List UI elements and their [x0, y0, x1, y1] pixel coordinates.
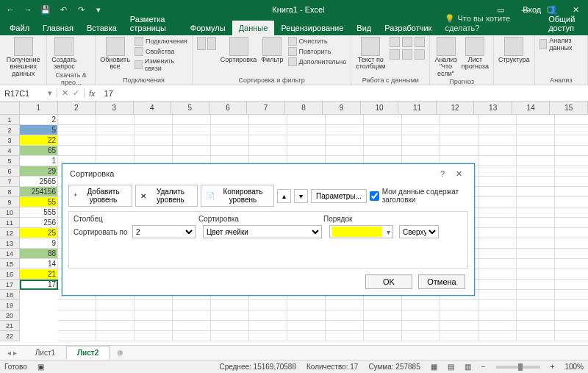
cell[interactable]: 5 — [20, 125, 58, 135]
sheet-nav[interactable]: ◂ ▸ — [0, 349, 24, 357]
cell[interactable] — [173, 300, 211, 310]
cell[interactable] — [478, 228, 517, 238]
row-header[interactable]: 12 — [0, 228, 19, 238]
cell[interactable] — [287, 321, 326, 331]
cell[interactable] — [555, 135, 588, 146]
row-header[interactable]: 2 — [0, 125, 19, 135]
row-header[interactable]: 19 — [0, 300, 19, 310]
qat-dropdown-icon[interactable]: ▾ — [93, 4, 104, 15]
sort-on-select[interactable]: Цвет ячейки — [203, 225, 322, 238]
sheet-tab-2[interactable]: Лист2 — [66, 346, 110, 360]
cell[interactable] — [478, 259, 517, 269]
cell[interactable] — [135, 310, 173, 321]
column-header[interactable]: 13 — [474, 102, 512, 114]
cell[interactable] — [517, 218, 555, 228]
cell[interactable]: 88 — [20, 249, 58, 259]
cell[interactable] — [517, 115, 555, 125]
zoom-out-icon[interactable]: − — [481, 363, 486, 371]
cell[interactable] — [173, 115, 211, 125]
cell[interactable] — [478, 207, 517, 218]
delete-level-button[interactable]: ✕Удалить уровень — [135, 185, 198, 207]
tab-developer[interactable]: Разработчик — [378, 21, 438, 35]
column-header[interactable]: 6 — [209, 102, 248, 114]
add-sheet-button[interactable]: ⊕ — [110, 349, 130, 357]
cell[interactable] — [326, 115, 364, 125]
consolidate-icon[interactable] — [390, 49, 400, 60]
cell[interactable] — [555, 166, 588, 177]
cell[interactable] — [58, 310, 96, 321]
cell[interactable] — [173, 321, 211, 331]
cell[interactable] — [96, 135, 135, 146]
cell[interactable] — [555, 156, 588, 166]
maximize-icon[interactable]: ☐ — [538, 5, 563, 15]
column-header[interactable]: 12 — [437, 102, 475, 114]
cell[interactable] — [96, 321, 135, 331]
cell[interactable] — [478, 166, 517, 177]
cell[interactable] — [364, 300, 402, 310]
cell[interactable] — [440, 300, 478, 310]
cell[interactable] — [96, 310, 135, 321]
cell[interactable] — [249, 125, 287, 135]
cell[interactable] — [517, 135, 555, 146]
cell[interactable] — [211, 125, 249, 135]
cell[interactable] — [326, 300, 364, 310]
cell[interactable] — [135, 135, 173, 146]
accept-formula-icon[interactable]: ✓ — [73, 88, 79, 98]
row-header[interactable]: 15 — [0, 259, 19, 269]
cell[interactable] — [364, 146, 402, 156]
cell[interactable] — [211, 331, 249, 341]
dialog-close-icon[interactable]: ✕ — [451, 169, 467, 179]
cell[interactable] — [478, 115, 517, 125]
cell[interactable] — [555, 259, 588, 269]
cell[interactable] — [326, 331, 364, 341]
redo-icon[interactable]: ↷ — [75, 4, 87, 15]
cell[interactable] — [478, 135, 517, 146]
cell[interactable] — [173, 310, 211, 321]
cell[interactable] — [96, 146, 135, 156]
cell[interactable]: 55 — [20, 197, 58, 207]
cell[interactable] — [173, 125, 211, 135]
cell[interactable] — [555, 321, 588, 331]
cell[interactable] — [96, 331, 135, 341]
cell[interactable] — [440, 125, 478, 135]
cell[interactable]: 256 — [20, 218, 58, 228]
cell[interactable] — [364, 310, 402, 321]
edit-links-button[interactable]: Изменить связи — [135, 57, 187, 72]
cell[interactable] — [58, 125, 96, 135]
cell[interactable] — [249, 300, 287, 310]
remove-dup-icon[interactable] — [402, 37, 412, 47]
cell[interactable] — [249, 321, 287, 331]
new-query-button[interactable]: Создать запрос — [51, 37, 76, 71]
cell[interactable] — [517, 156, 555, 166]
cell[interactable] — [211, 300, 249, 310]
row-header[interactable]: 17 — [0, 280, 19, 290]
cell[interactable] — [555, 331, 588, 341]
view-break-icon[interactable]: ▥ — [465, 363, 471, 371]
cell[interactable] — [555, 207, 588, 218]
cell[interactable] — [478, 321, 517, 331]
row-header[interactable]: 9 — [0, 197, 19, 207]
relationships-icon[interactable] — [402, 49, 412, 60]
cell[interactable] — [555, 249, 588, 259]
cell[interactable] — [555, 197, 588, 207]
row-header[interactable]: 10 — [0, 207, 19, 218]
zoom-in-icon[interactable]: + — [551, 363, 555, 371]
zoom-slider[interactable] — [496, 366, 540, 369]
tab-insert[interactable]: Вставка — [80, 21, 123, 35]
cell[interactable] — [555, 115, 588, 125]
cell[interactable] — [478, 177, 517, 187]
cell[interactable] — [517, 125, 555, 135]
row-header[interactable]: 4 — [0, 146, 19, 156]
cell[interactable]: 9 — [20, 238, 58, 249]
move-down-button[interactable]: ▾ — [294, 189, 308, 203]
cell[interactable]: 2 — [20, 115, 58, 125]
filter-button[interactable]: Фильтр — [261, 37, 283, 63]
cell[interactable] — [517, 177, 555, 187]
cell[interactable] — [364, 331, 402, 341]
flash-fill-icon[interactable] — [390, 37, 400, 47]
fx-icon[interactable]: fx — [85, 89, 100, 98]
row-header[interactable]: 18 — [0, 290, 19, 300]
row-header[interactable]: 14 — [0, 249, 19, 259]
cell[interactable] — [478, 249, 517, 259]
qat-arrow-left-icon[interactable]: ← — [4, 4, 16, 15]
